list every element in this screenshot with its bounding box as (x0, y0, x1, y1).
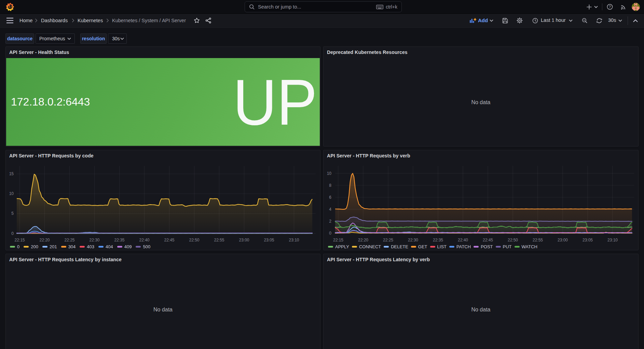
svg-text:23:05: 23:05 (583, 238, 593, 242)
svg-text:22:45: 22:45 (483, 238, 493, 242)
svg-text:22:45: 22:45 (164, 238, 174, 242)
svg-text:22:25: 22:25 (64, 238, 74, 242)
svg-text:10: 10 (9, 191, 14, 196)
svg-text:22:50: 22:50 (189, 238, 199, 242)
svg-text:10: 10 (327, 171, 332, 176)
svg-text:22:20: 22:20 (39, 238, 50, 242)
svg-text:22:35: 22:35 (114, 238, 124, 242)
svg-text:22:30: 22:30 (408, 238, 418, 242)
svg-text:22:55: 22:55 (533, 238, 543, 242)
svg-text:15: 15 (9, 171, 14, 176)
svg-text:?: ? (609, 5, 611, 9)
svg-text:22:40: 22:40 (458, 238, 468, 242)
svg-text:22:50: 22:50 (508, 238, 518, 242)
svg-text:23:05: 23:05 (264, 238, 274, 242)
svg-text:0: 0 (329, 231, 331, 236)
svg-text:4: 4 (329, 207, 331, 212)
svg-text:22:15: 22:15 (14, 238, 25, 242)
svg-text:22:30: 22:30 (89, 238, 99, 242)
svg-text:23:00: 23:00 (239, 238, 249, 242)
svg-text:22:55: 22:55 (214, 238, 224, 242)
svg-text:22:25: 22:25 (383, 238, 393, 242)
svg-text:22:40: 22:40 (139, 238, 149, 242)
svg-text:22:20: 22:20 (358, 238, 368, 242)
svg-text:23:00: 23:00 (558, 238, 568, 242)
svg-text:8: 8 (329, 183, 331, 188)
svg-text:5: 5 (11, 211, 14, 216)
svg-text:23:10: 23:10 (607, 238, 618, 242)
svg-text:23:10: 23:10 (289, 238, 299, 242)
svg-text:2: 2 (329, 219, 331, 224)
svg-text:6: 6 (329, 195, 331, 200)
svg-text:0: 0 (11, 231, 14, 236)
svg-text:22:15: 22:15 (333, 238, 343, 242)
svg-text:22:35: 22:35 (433, 238, 443, 242)
